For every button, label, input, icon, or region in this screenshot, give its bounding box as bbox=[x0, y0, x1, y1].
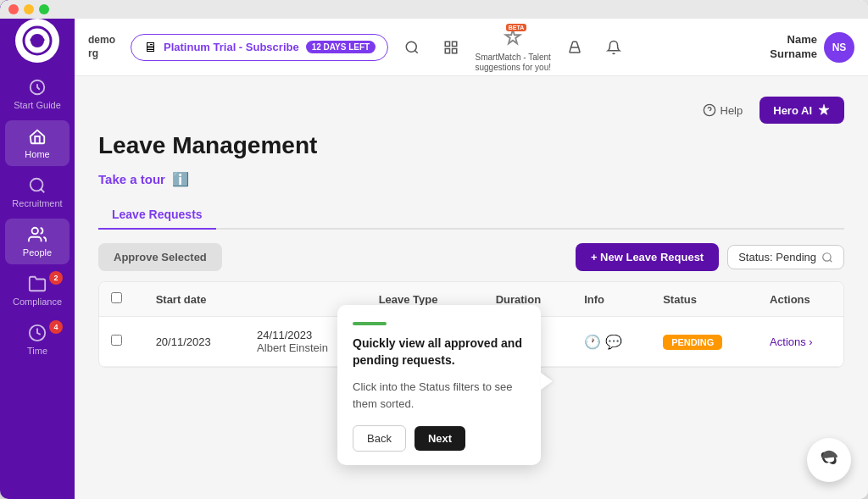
cell-start-date: 20/11/2023 bbox=[144, 317, 245, 367]
table-toolbar: Approve Selected + New Leave Request Sta… bbox=[98, 243, 844, 271]
tooltip-actions: Back Next bbox=[353, 425, 526, 452]
sidebar-item-recruitment[interactable]: Recruitment bbox=[5, 169, 70, 215]
take-a-tour-link[interactable]: Take a tour bbox=[98, 172, 165, 186]
floating-helper-button[interactable] bbox=[807, 438, 851, 482]
compliance-badge: 2 bbox=[49, 271, 63, 285]
user-avatar: NS bbox=[824, 32, 854, 63]
status-badge: PENDING bbox=[663, 335, 722, 350]
cell-info: 🕐 💬 bbox=[572, 317, 651, 367]
grid-button[interactable] bbox=[436, 32, 466, 63]
col-actions: Actions bbox=[758, 282, 843, 317]
tooltip-body: Click into the Status filters to see the… bbox=[353, 379, 526, 412]
svg-rect-9 bbox=[445, 48, 449, 53]
page-title: Leave Management bbox=[98, 132, 844, 159]
main-content: demo rg 🖥 Platinum Trial - Subscribe 12 … bbox=[75, 0, 868, 499]
sidebar-item-compliance[interactable]: 2 Compliance bbox=[5, 268, 70, 313]
smart-match-area: BETA SmartMatch - Talent suggestions for… bbox=[475, 22, 551, 73]
col-status: Status bbox=[651, 282, 758, 317]
new-leave-request-button[interactable]: + New Leave Request bbox=[576, 243, 719, 271]
brand-name: demo rg bbox=[88, 34, 115, 60]
tooltip-back-button[interactable]: Back bbox=[353, 425, 406, 452]
user-profile[interactable]: Name Surname NS bbox=[770, 32, 854, 63]
sidebar-item-label: Recruitment bbox=[12, 198, 62, 208]
close-window-dot[interactable] bbox=[8, 4, 19, 14]
sidebar-item-home[interactable]: Home bbox=[5, 120, 70, 166]
trial-subscribe-button[interactable]: 🖥 Platinum Trial - Subscribe 12 DAYS LEF… bbox=[131, 34, 388, 61]
beta-badge: BETA bbox=[506, 24, 527, 31]
help-button[interactable]: Help bbox=[694, 99, 752, 121]
approve-selected-button[interactable]: Approve Selected bbox=[98, 243, 222, 271]
row-checkbox[interactable] bbox=[111, 335, 122, 346]
sidebar-navigation: Start Guide Home Recruitment bbox=[0, 71, 75, 363]
trial-days-badge: 12 DAYS LEFT bbox=[306, 41, 376, 53]
svg-rect-7 bbox=[445, 42, 449, 46]
helper-icon bbox=[817, 448, 841, 472]
svg-point-13 bbox=[823, 252, 831, 260]
smart-match-label: SmartMatch - Talent suggestions for you! bbox=[475, 53, 551, 73]
page-content: Help Hero AI Leave Management Take a tou… bbox=[75, 76, 868, 499]
info-icon: ℹ️ bbox=[172, 171, 189, 187]
sidebar-item-start-guide[interactable]: Start Guide bbox=[5, 71, 70, 117]
search-button[interactable] bbox=[397, 32, 427, 63]
search-icon bbox=[821, 252, 833, 263]
svg-rect-10 bbox=[453, 48, 457, 53]
svg-rect-8 bbox=[453, 42, 457, 46]
sidebar-item-time[interactable]: 4 Time bbox=[5, 317, 70, 363]
tabs-row: Leave Requests bbox=[98, 201, 844, 230]
col-info: Info bbox=[572, 282, 651, 317]
sidebar-item-label: Compliance bbox=[13, 297, 62, 307]
sidebar-item-label: People bbox=[23, 247, 52, 258]
actions-link[interactable]: Actions › bbox=[770, 335, 813, 348]
tooltip-arrow bbox=[541, 373, 553, 390]
col-start-date: Start date bbox=[144, 282, 245, 317]
hero-ai-label: Hero AI bbox=[773, 104, 812, 117]
select-all-checkbox[interactable] bbox=[111, 292, 122, 303]
tooltip-next-button[interactable]: Next bbox=[415, 426, 465, 451]
tooltip-popup: Quickly view all approved and pending re… bbox=[337, 305, 541, 465]
sidebar-item-people[interactable]: People bbox=[5, 219, 70, 264]
help-label: Help bbox=[721, 104, 743, 117]
status-filter[interactable]: Status: Pending bbox=[727, 245, 844, 269]
svg-point-4 bbox=[32, 228, 38, 234]
svg-point-3 bbox=[31, 179, 43, 191]
notification-button[interactable] bbox=[598, 32, 629, 63]
tab-leave-requests[interactable]: Leave Requests bbox=[98, 201, 216, 230]
sidebar: Start Guide Home Recruitment bbox=[0, 0, 75, 499]
user-name: Name Surname bbox=[770, 33, 817, 62]
tooltip-progress-indicator bbox=[353, 322, 387, 325]
window-chrome bbox=[0, 0, 868, 19]
topbar: demo rg 🖥 Platinum Trial - Subscribe 12 … bbox=[75, 19, 868, 76]
trial-icon: 🖥 bbox=[143, 40, 157, 55]
flask-button[interactable] bbox=[559, 32, 590, 63]
secondary-toolbar: Help Hero AI bbox=[98, 97, 844, 124]
sidebar-item-label: Start Guide bbox=[14, 100, 61, 110]
maximize-window-dot[interactable] bbox=[39, 4, 49, 14]
sidebar-item-label: Time bbox=[27, 346, 47, 356]
minimize-window-dot[interactable] bbox=[24, 4, 34, 14]
smart-match-button[interactable]: BETA bbox=[498, 22, 528, 53]
sidebar-logo[interactable] bbox=[15, 19, 59, 63]
time-badge: 4 bbox=[49, 320, 63, 334]
status-filter-label: Status: Pending bbox=[738, 251, 816, 263]
tour-bar: Take a tour ℹ️ bbox=[98, 171, 844, 187]
svg-point-6 bbox=[406, 42, 416, 52]
sidebar-item-label: Home bbox=[25, 149, 49, 159]
cell-actions: Actions › bbox=[758, 317, 843, 367]
trial-label: Platinum Trial - Subscribe bbox=[164, 41, 299, 53]
hero-ai-button[interactable]: Hero AI bbox=[760, 97, 844, 124]
tooltip-title: Quickly view all approved and pending re… bbox=[353, 335, 526, 369]
cell-status: PENDING bbox=[651, 317, 758, 367]
